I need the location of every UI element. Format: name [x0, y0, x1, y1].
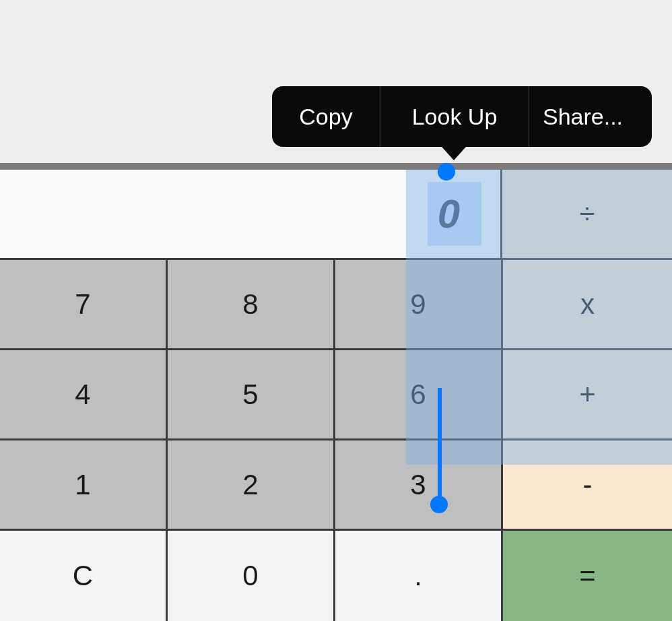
share-button[interactable]: Share... [529, 86, 636, 147]
key-0[interactable]: 0 [168, 531, 335, 621]
equals-button[interactable]: = [503, 531, 672, 621]
clear-button[interactable]: C [0, 531, 168, 621]
top-background: Copy Look Up Share... [0, 0, 672, 170]
display-value: 0 [438, 191, 460, 237]
decimal-button[interactable]: . [335, 531, 503, 621]
keypad: 7 8 9 x 4 5 6 + 1 2 3 - C 0 . = [0, 260, 672, 621]
key-8[interactable]: 8 [168, 260, 335, 350]
key-7[interactable]: 7 [0, 260, 168, 350]
minus-button[interactable]: - [503, 440, 672, 531]
key-4[interactable]: 4 [0, 350, 168, 440]
calculator: 0 ÷ 7 8 9 x 4 5 6 + 1 2 3 - C 0 . = [0, 170, 672, 621]
key-5[interactable]: 5 [168, 350, 335, 440]
selection-handle-icon[interactable] [438, 163, 455, 181]
divide-button[interactable]: ÷ [502, 170, 672, 258]
multiply-button[interactable]: x [503, 260, 672, 350]
display-cell[interactable]: 0 [0, 170, 502, 258]
copy-button[interactable]: Copy [272, 86, 380, 147]
menu-arrow-icon [442, 147, 466, 160]
plus-button[interactable]: + [503, 350, 672, 440]
lookup-button[interactable]: Look Up [380, 86, 529, 147]
display-row: 0 ÷ [0, 170, 672, 260]
key-2[interactable]: 2 [168, 440, 335, 531]
key-1[interactable]: 1 [0, 440, 168, 531]
key-3[interactable]: 3 [335, 440, 503, 531]
context-menu: Copy Look Up Share... [272, 86, 652, 147]
key-9[interactable]: 9 [335, 260, 503, 350]
divider [0, 163, 672, 170]
key-6[interactable]: 6 [335, 350, 503, 440]
